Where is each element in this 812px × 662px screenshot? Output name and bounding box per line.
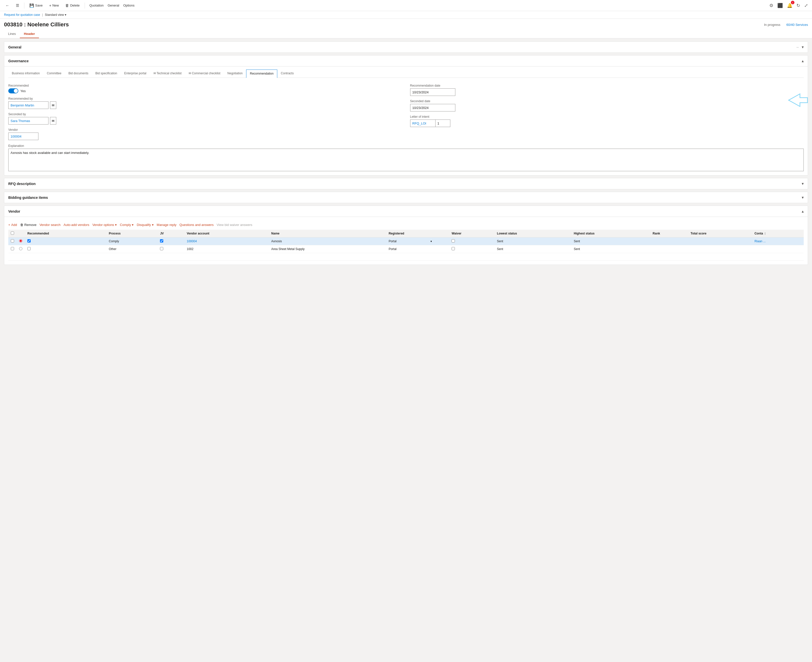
manage-reply-button[interactable]: Manage reply [157, 222, 177, 228]
row2-waiver-checkbox[interactable] [451, 247, 455, 250]
loi-code-input[interactable] [410, 119, 435, 127]
bidding-guidance-collapse-btn[interactable]: ▾ [802, 195, 804, 200]
vendor-section-title: Vendor [8, 209, 20, 214]
rfq-description-collapse-btn[interactable]: ▾ [802, 181, 804, 186]
governance-section-header[interactable]: Governance ▴ [4, 55, 808, 66]
loi-row [410, 119, 804, 127]
recommendation-date-label: Recommendation date [410, 84, 804, 87]
general-section-header[interactable]: General -- ▾ [4, 42, 808, 53]
governance-body: Business information Committee Bid docum… [4, 69, 808, 175]
vendor-options-chevron: ▾ [115, 223, 117, 227]
back-button[interactable]: ← [3, 2, 12, 8]
bidding-guidance-title: Bidding guidance items [8, 196, 48, 199]
vendor-divider [4, 217, 808, 217]
page-link[interactable]: 60/40 Services [786, 23, 808, 27]
menu-button[interactable]: ☰ [13, 2, 22, 9]
row2-select-cell [8, 245, 16, 253]
view-waiver-button[interactable]: View bid waiver answers [216, 222, 252, 228]
disqualify-button[interactable]: Disqualify ▾ [137, 222, 153, 228]
governance-collapse-btn[interactable]: ▴ [802, 58, 804, 63]
delete-label: Delete [70, 3, 80, 7]
gov-tab-bid-documents[interactable]: Bid documents [65, 69, 92, 77]
row1-radio[interactable] [19, 239, 23, 243]
row1-lowest-status: Sent [495, 238, 571, 245]
questions-button[interactable]: Questions and answers [180, 222, 214, 228]
row2-radio-cell [16, 245, 25, 253]
add-vendor-button[interactable]: + Add [8, 222, 17, 228]
row1-process: Comply [106, 238, 158, 245]
select-all-checkbox[interactable] [11, 231, 14, 235]
notification-badge: 1 [791, 1, 794, 4]
recommendation-date-input[interactable] [410, 88, 455, 96]
refresh-icon[interactable]: ↻ [796, 2, 801, 9]
row2-checkbox[interactable] [11, 247, 14, 250]
rfq-description-header[interactable]: RFQ description ▾ [4, 178, 808, 189]
gov-tab-committee[interactable]: Committee [43, 69, 65, 77]
gov-tab-negotiation[interactable]: Negotiation [224, 69, 246, 77]
vendor-options-button[interactable]: Vendor options ▾ [92, 222, 117, 228]
vendor-section-header[interactable]: Vendor ▴ [4, 206, 808, 217]
general-collapse-btn[interactable]: ▾ [802, 45, 804, 50]
tab-lines[interactable]: Lines [4, 30, 20, 38]
breadcrumb: Request for quotation case | Standard vi… [0, 11, 812, 19]
seconded-by-mail-btn[interactable]: ✉ [50, 117, 56, 125]
row1-recommended-checkbox[interactable] [27, 239, 31, 243]
tab-header[interactable]: Header [20, 30, 39, 38]
settings-icon[interactable]: ⚙ [768, 2, 774, 9]
gov-tab-business-info[interactable]: Business information [8, 69, 43, 77]
new-button[interactable]: + New [47, 2, 61, 8]
page-status-area: In progress 60/40 Services [764, 23, 808, 27]
row2-recommended-checkbox[interactable] [27, 247, 31, 250]
recommended-group: Recommended Yes [8, 84, 402, 93]
seconded-by-input[interactable] [8, 117, 48, 125]
gov-tab-technical-checklist[interactable]: ✉Technical checklist [150, 69, 185, 77]
row1-name: Axnosis [269, 238, 386, 245]
loi-group: Letter of intent [410, 115, 804, 127]
gov-tab-commercial-checklist[interactable]: ✉Commercial checklist [185, 69, 224, 77]
remove-vendor-button[interactable]: 🗑 Remove [20, 222, 36, 228]
gov-tab-recommendation[interactable]: Recommendation [246, 69, 277, 78]
row1-waiver-checkbox[interactable] [451, 239, 455, 243]
technical-mail-icon: ✉ [153, 72, 156, 75]
vendor-section-collapse-btn[interactable]: ▴ [802, 209, 804, 214]
delete-button[interactable]: 🗑 Delete [63, 2, 82, 8]
row2-highest-status: Sent [571, 245, 650, 253]
row2-registered-dropdown [428, 245, 449, 253]
explanation-textarea[interactable]: Axnosis has stock available and can star… [8, 149, 804, 171]
loi-number-input[interactable] [435, 119, 450, 127]
recommended-toggle[interactable] [8, 88, 18, 93]
nav-options[interactable]: Options [123, 3, 135, 8]
seconded-date-input[interactable] [410, 104, 455, 111]
expand-icon[interactable]: ⤢ [803, 2, 809, 9]
recommended-by-input[interactable] [8, 101, 48, 109]
save-button[interactable]: 💾 Save [27, 2, 45, 9]
row2-process: Other [106, 245, 158, 253]
vendor-input[interactable] [8, 133, 39, 140]
col-select-all [8, 230, 16, 238]
row2-jv-checkbox[interactable] [160, 247, 163, 250]
row1-jv-checkbox[interactable] [160, 239, 163, 243]
breadcrumb-view[interactable]: Standard view ▾ [45, 13, 66, 16]
gov-tab-contracts[interactable]: Contracts [277, 69, 297, 77]
vendor-search-button[interactable]: Vendor search [39, 222, 61, 228]
nav-general[interactable]: General [108, 3, 119, 8]
row1-contact-link[interactable]: Riaan ... [754, 239, 766, 243]
vendor-section: Vendor ▴ + Add 🗑 Remove Vendor search Au… [4, 206, 808, 265]
apps-icon[interactable]: ⬛ [777, 2, 784, 9]
gov-tab-enterprise-portal[interactable]: Enterprise portal [121, 69, 150, 77]
nav-quotation[interactable]: Quotation [89, 3, 103, 8]
row1-vendor-account-link[interactable]: 100004 [187, 239, 197, 243]
save-icon: 💾 [29, 3, 34, 8]
recommended-by-mail-btn[interactable]: ✉ [50, 101, 56, 109]
comply-button[interactable]: Comply ▾ [120, 222, 134, 228]
gov-tab-bid-specification[interactable]: Bid specification [92, 69, 121, 77]
auto-add-button[interactable]: Auto-add vendors [64, 222, 89, 228]
row1-registered-dropdown-btn[interactable]: ▾ [430, 240, 432, 243]
page-title-row: 003810 : Noelene Cilliers In progress 60… [4, 21, 808, 28]
row1-checkbox[interactable] [11, 239, 14, 243]
remove-icon: 🗑 [20, 223, 23, 227]
bidding-guidance-header[interactable]: Bidding guidance items ▾ [4, 192, 808, 203]
row2-radio[interactable] [19, 247, 23, 250]
breadcrumb-link[interactable]: Request for quotation case [4, 13, 40, 16]
recommended-label: Recommended [8, 84, 402, 87]
